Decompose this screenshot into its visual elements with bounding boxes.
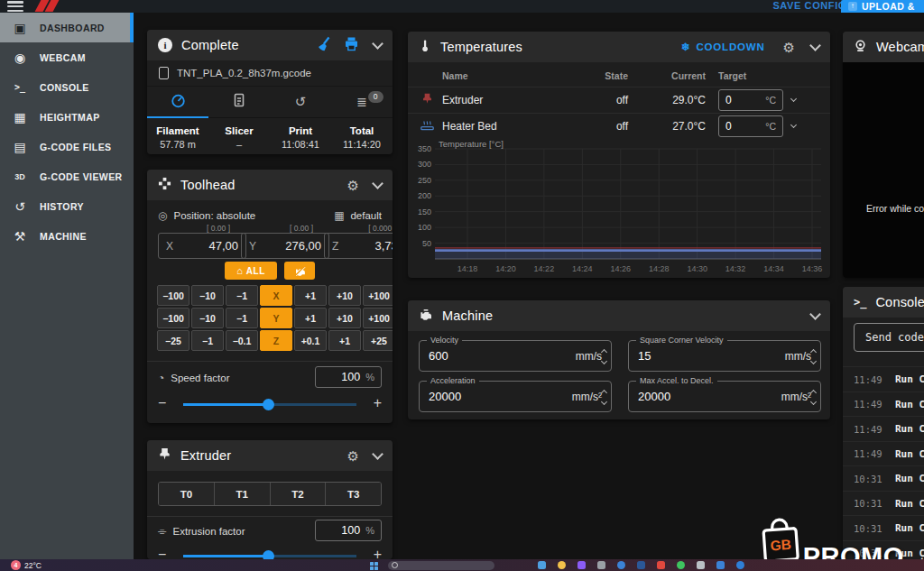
console-row[interactable]: 11:49Run Curr (843, 441, 924, 466)
tool-button-t1[interactable]: T1 (214, 483, 270, 505)
jog-button[interactable]: −1 (226, 308, 258, 328)
taskbar-weather-widget[interactable]: 4 22°C (11, 560, 42, 570)
step-up-icon[interactable] (809, 390, 816, 396)
save-config-button[interactable]: SAVE CONFIG (772, 0, 846, 12)
jog-button[interactable]: +100 (363, 308, 393, 328)
step-up-icon[interactable] (600, 349, 606, 355)
sidebar-item-heightmap[interactable]: ▦HEIGHTMAP (0, 102, 134, 132)
jog-button[interactable]: −10 (191, 285, 224, 306)
speed-factor-slider[interactable] (183, 403, 356, 406)
jog-button[interactable]: +10 (328, 308, 361, 328)
gear-icon[interactable]: ⚙ (347, 449, 359, 463)
machine-field-acceleration[interactable]: Acceleration20000mm/s² (419, 381, 612, 412)
jog-button[interactable]: +1 (294, 308, 327, 328)
console-row[interactable]: 10:31Run Curr (843, 465, 924, 491)
jog-button[interactable]: −100 (157, 285, 189, 306)
jog-button[interactable]: −1 (191, 330, 224, 351)
jog-button[interactable]: +10 (328, 285, 361, 306)
sidebar-item-history[interactable]: ↺HISTORY (0, 191, 134, 221)
sidebar-item-console[interactable]: >_CONSOLE (0, 72, 134, 102)
decrease-button[interactable]: − (158, 395, 166, 411)
machine-field-velocity[interactable]: Velocity600mm/s (419, 340, 612, 372)
step-down-icon[interactable] (809, 358, 816, 364)
preset-dropdown-icon[interactable] (790, 95, 797, 101)
console-command-input[interactable]: Send code... (854, 323, 924, 352)
step-down-icon[interactable] (600, 358, 606, 364)
jog-axis-z[interactable]: Z (260, 330, 292, 351)
collapse-chevron-icon[interactable] (809, 309, 821, 320)
status-tab-gauge[interactable] (147, 87, 208, 117)
target-temp-input[interactable]: 0°C (718, 89, 783, 111)
collapse-chevron-icon[interactable] (372, 178, 383, 189)
whatsapp-icon[interactable] (677, 561, 685, 569)
reprint-icon[interactable] (344, 36, 359, 55)
sidebar-item-webcam[interactable]: ◉WEBCAM (0, 42, 134, 72)
gear-icon[interactable]: ⚙ (347, 179, 359, 192)
gear-icon[interactable]: ⚙ (783, 41, 795, 54)
jog-button[interactable]: +0.1 (294, 330, 327, 351)
jog-button[interactable]: −0.1 (226, 330, 258, 351)
default-profile-label[interactable]: default (350, 210, 382, 221)
slider-thumb[interactable] (263, 550, 274, 559)
clean-broom-icon[interactable] (316, 36, 331, 55)
jog-button[interactable]: +25 (363, 330, 393, 351)
preset-dropdown-icon[interactable] (790, 121, 797, 127)
jog-button[interactable]: −1 (226, 285, 258, 306)
status-tab-file[interactable] (208, 87, 270, 117)
file-explorer-icon[interactable] (558, 561, 566, 569)
tool-button-t0[interactable]: T0 (159, 483, 214, 505)
store-icon[interactable] (736, 561, 744, 569)
axis-input-z[interactable]: Z3,734 (324, 233, 393, 259)
target-temp-input[interactable]: 0°C (718, 115, 783, 137)
jog-axis-x[interactable]: X (260, 285, 292, 306)
console-row[interactable]: 11:49Run Curr (843, 391, 924, 417)
mail-icon[interactable] (617, 561, 625, 569)
step-down-icon[interactable] (809, 399, 816, 405)
collapse-chevron-icon[interactable] (809, 40, 821, 51)
sidebar-item-machine[interactable]: ⚒MACHINE (0, 221, 134, 251)
sidebar-item-g-code-viewer[interactable]: 3DG-CODE VIEWER (0, 161, 134, 191)
gcode-file-row[interactable]: TNT_PLA_0.2_8h37m.gcode (147, 60, 393, 87)
sidebar-item-g-code-files[interactable]: ▤G-CODE FILES (0, 132, 134, 161)
jog-button[interactable]: +1 (294, 285, 327, 306)
calculator-icon[interactable] (597, 561, 605, 569)
collapse-chevron-icon[interactable] (372, 448, 383, 460)
jog-button[interactable]: −100 (157, 308, 189, 328)
edge-icon[interactable] (538, 561, 546, 569)
decrease-button[interactable]: − (158, 547, 166, 559)
status-tab-history[interactable]: ↺ (270, 87, 331, 117)
cooldown-button[interactable]: ❄ COOLDOWN (681, 41, 764, 53)
console-row[interactable]: 11:49Run Curr (843, 416, 924, 441)
status-tab-queue[interactable]: ≣0 (331, 87, 393, 117)
speed-factor-input[interactable]: 100 % (315, 366, 382, 388)
word-icon[interactable] (637, 561, 645, 569)
collapse-chevron-icon[interactable] (372, 38, 383, 50)
step-down-icon[interactable] (600, 399, 606, 405)
tool-button-t2[interactable]: T2 (270, 483, 326, 505)
sidebar-item-dashboard[interactable]: ▣DASHBOARD (0, 13, 134, 42)
jog-button[interactable]: −10 (191, 308, 224, 328)
jog-button[interactable]: +100 (363, 285, 393, 306)
slider-thumb[interactable] (263, 399, 274, 410)
purple-app-icon[interactable] (578, 561, 586, 569)
machine-field-square-corner-velocity[interactable]: Square Corner Velocity15mm/s (628, 340, 821, 372)
hamburger-menu-icon[interactable] (7, 1, 23, 12)
start-button[interactable] (370, 562, 378, 570)
step-up-icon[interactable] (600, 390, 606, 396)
step-up-icon[interactable] (809, 349, 816, 355)
extrusion-factor-slider[interactable] (183, 555, 356, 557)
machine-field-max-accel-to-decel-[interactable]: Max Accel. to Decel.20000mm/s² (628, 381, 821, 412)
motors-off-button[interactable] (284, 262, 315, 280)
upload-print-button[interactable]: ↑ UPLOAD & (841, 0, 924, 13)
jog-axis-y[interactable]: Y (260, 308, 292, 328)
extrusion-factor-input[interactable]: 100 % (315, 520, 382, 541)
axis-input-y[interactable]: Y276,00 (241, 233, 329, 259)
home-all-button[interactable]: ⌂ ALL (225, 262, 277, 280)
jog-button[interactable]: −25 (157, 330, 189, 351)
mainsail-logo[interactable] (34, 0, 65, 13)
jog-button[interactable]: +1 (328, 330, 361, 351)
taskbar-search[interactable] (388, 561, 494, 570)
increase-button[interactable]: + (374, 547, 382, 559)
axis-input-x[interactable]: X47,00 (158, 233, 246, 259)
console-row[interactable]: 11:49Run Curr (843, 366, 924, 391)
